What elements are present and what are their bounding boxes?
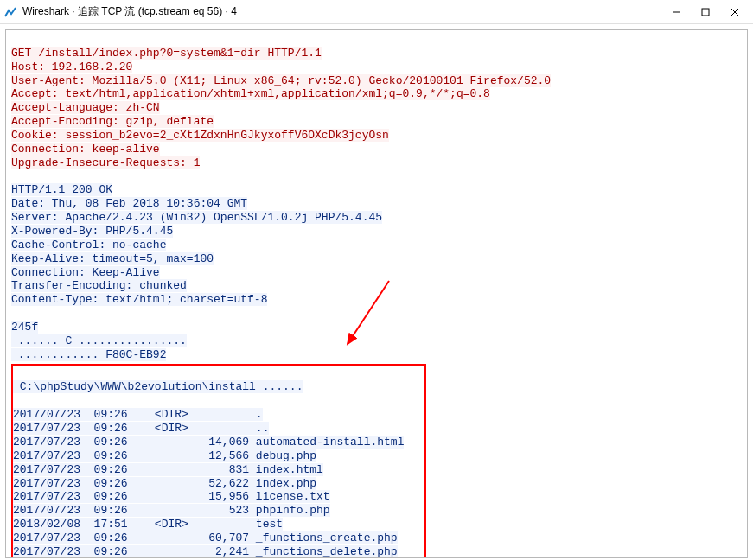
stream-content[interactable]: GET /install/index.php?0=system&1=dir HT… (5, 29, 748, 558)
minimize-button[interactable] (661, 3, 691, 22)
highlight-box: C:\phpStudy\WWW\b2evolution\install ....… (11, 364, 426, 558)
titlebar: Wireshark · 追踪 TCP 流 (tcp.stream eq 56) … (0, 0, 753, 24)
request-block: GET /install/index.php?0=system&1=dir HT… (11, 47, 551, 169)
maximize-button[interactable] (691, 3, 720, 22)
close-button[interactable] (720, 3, 750, 22)
wireshark-icon (3, 5, 17, 19)
dir-output: C:\phpStudy\WWW\b2evolution\install ....… (13, 380, 424, 558)
response-headers: HTTP/1.1 200 OK Date: Thu, 08 Feb 2018 1… (11, 183, 382, 360)
window-controls (661, 3, 750, 22)
svg-rect-1 (702, 9, 709, 16)
window-title: Wireshark · 追踪 TCP 流 (tcp.stream eq 56) … (22, 4, 661, 19)
